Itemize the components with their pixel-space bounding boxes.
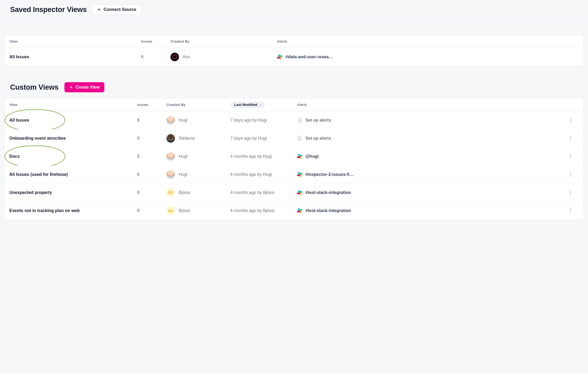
creator: Hugi [166, 152, 230, 161]
avatar [166, 116, 175, 125]
creator-name: Hugi [179, 172, 187, 177]
more-button[interactable] [568, 154, 574, 159]
view-name: Onboarding event atrocities [9, 136, 137, 141]
col-alerts: Alerts [277, 39, 568, 43]
table-row[interactable]: Docs0Hugi4 months ago by Hugi@hugi [5, 147, 583, 165]
connect-source-button[interactable]: Connect Source [92, 4, 141, 15]
table-row[interactable]: All Issues (used for firehose)6Hugi4 mon… [5, 165, 583, 184]
saved-views-table: View Issues Created By Alerts All Issues… [4, 35, 584, 66]
table-header: View Issues Created By Alerts [5, 35, 583, 48]
view-name: Docs [9, 154, 137, 159]
col-view: View [9, 103, 137, 107]
view-name: All Issues [9, 55, 141, 59]
table-row[interactable]: All Issues6Hugi7 days ago by HugiSet up … [5, 111, 583, 129]
avatar [166, 170, 175, 179]
creator-name: Hugi [179, 154, 187, 159]
avatar: BJ [166, 188, 175, 197]
col-view: View [9, 39, 141, 43]
table-row[interactable]: Events not in tracking plan on web0BJBjö… [5, 202, 583, 220]
last-modified: 7 days ago by Hugi [230, 118, 297, 123]
svg-point-16 [570, 191, 571, 192]
alert-text: #data-and-user-resea… [285, 55, 333, 59]
more-button[interactable] [568, 117, 574, 123]
table-header: View Issues Created By Last Modified ↓ A… [5, 98, 583, 111]
creator-name: Bjössi [179, 190, 190, 195]
more-button[interactable] [568, 135, 574, 141]
view-name: All Issues (used for firehose) [9, 172, 137, 177]
svg-point-9 [570, 139, 571, 140]
issues-count: 6 [137, 118, 166, 123]
alert-text: Set up alerts [305, 136, 331, 141]
creator-name: Hugi [179, 118, 187, 123]
more-button[interactable] [568, 208, 574, 214]
issues-count: 0 [137, 190, 166, 195]
last-modified: 4 months ago by Hugi [230, 154, 297, 159]
alert-text: #test-slack-integration [305, 208, 351, 213]
col-alerts: Alerts [297, 103, 563, 107]
custom-views-table: View Issues Created By Last Modified ↓ A… [4, 98, 584, 220]
sort-pill[interactable]: Last Modified ↓ [230, 102, 265, 108]
svg-point-7 [570, 136, 571, 137]
svg-point-13 [570, 173, 571, 173]
creator: Hugi [166, 116, 230, 125]
avatar [170, 53, 179, 61]
col-issues: Issues [141, 39, 170, 43]
slack-icon [297, 154, 302, 159]
alert-text: #test-slack-integration [305, 190, 351, 195]
svg-point-11 [570, 156, 571, 157]
bell-icon [297, 118, 302, 123]
creator: Stefanía [166, 134, 230, 143]
svg-point-4 [570, 118, 571, 119]
issues-count: 0 [137, 208, 166, 213]
alert-cell[interactable]: #inspector-2-issues-fi… [297, 172, 563, 177]
issues-count: 6 [141, 55, 170, 59]
svg-point-10 [570, 155, 571, 155]
sort-label: Last Modified [234, 103, 257, 107]
more-button[interactable] [568, 172, 574, 177]
saved-views-header: Saved Inspector Views Connect Source [0, 0, 588, 22]
slack-icon [297, 190, 302, 195]
issues-count: 0 [137, 154, 166, 159]
avatar [166, 152, 175, 161]
alert-cell[interactable]: #data-and-user-resea… [277, 54, 568, 60]
creator: Hugi [166, 170, 230, 179]
custom-views-region: View Issues Created By Last Modified ↓ A… [0, 98, 588, 225]
alert-cell[interactable]: #test-slack-integration [297, 190, 563, 195]
svg-point-14 [570, 174, 571, 175]
view-name: Events not in tracking plan on web [9, 208, 137, 213]
issues-count: 0 [137, 136, 166, 141]
more-button[interactable] [568, 190, 574, 196]
alert-cell[interactable]: Set up alerts [297, 136, 563, 141]
col-last-modified[interactable]: Last Modified ↓ [230, 102, 297, 108]
create-view-label: Create View [76, 85, 100, 90]
creator: Avo [170, 53, 277, 61]
last-modified: 4 months ago by Hugi [230, 172, 297, 177]
svg-point-15 [570, 175, 571, 176]
svg-point-6 [570, 121, 571, 122]
svg-point-21 [570, 212, 571, 213]
creator-name: Bjössi [179, 208, 190, 213]
table-row[interactable]: Onboarding event atrocities0Stefanía7 da… [5, 129, 583, 147]
plus-icon [97, 8, 101, 11]
svg-point-12 [570, 157, 571, 158]
creator: BJBjössi [166, 206, 230, 215]
alert-cell[interactable]: #test-slack-integration [297, 208, 563, 213]
svg-point-17 [570, 192, 571, 193]
alert-text: #inspector-2-issues-fi… [305, 172, 354, 177]
issues-count: 6 [137, 172, 166, 177]
saved-views-region: View Issues Created By Alerts All Issues… [0, 22, 588, 66]
svg-point-5 [570, 120, 571, 121]
creator-name: Stefanía [179, 136, 195, 141]
slack-icon [297, 172, 302, 177]
alert-text: @hugi [305, 154, 318, 159]
alert-cell[interactable]: @hugi [297, 154, 563, 159]
avatar [166, 134, 175, 143]
table-row[interactable]: Unexpected property0BJBjössi4 months ago… [5, 184, 583, 202]
create-view-button[interactable]: Create View [64, 82, 104, 92]
connect-source-label: Connect Source [104, 7, 136, 12]
alert-text: Set up alerts [305, 118, 331, 123]
alert-cell[interactable]: Set up alerts [297, 118, 563, 123]
table-row[interactable]: All Issues6Avo#data-and-user-resea… [5, 48, 583, 66]
custom-views-title: Custom Views [10, 83, 59, 92]
page: Saved Inspector Views Connect Source Vie… [0, 0, 588, 225]
